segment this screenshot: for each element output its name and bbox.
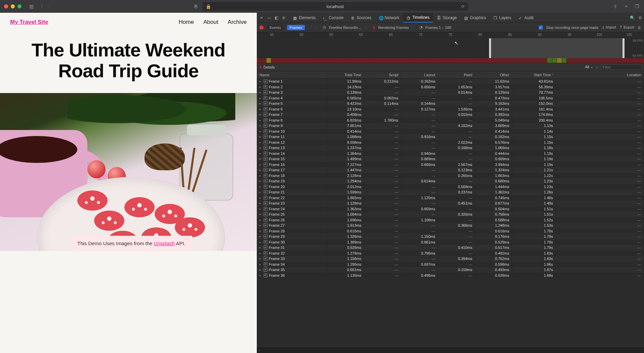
minimize-window-button[interactable] bbox=[11, 4, 15, 8]
tab-elements[interactable]: ▦Elements bbox=[290, 13, 319, 23]
table-row[interactable]: ▸F Frame 167.227ms—0.666ms2.567ms3.994ms… bbox=[257, 162, 644, 168]
table-row[interactable]: ▸F Frame 251.084ms——0.326ms0.758ms1.51s— bbox=[257, 212, 644, 217]
table-row[interactable]: ▸F Frame 341.295ms—0.697ms—0.598ms1.86s— bbox=[257, 262, 644, 267]
console-drawer[interactable]: › bbox=[257, 348, 644, 353]
col-layout[interactable]: Layout bbox=[401, 73, 438, 77]
table-row[interactable]: ▸F Frame 171.447ms——0.123ms1.324ms1.21s— bbox=[257, 167, 644, 173]
table-row[interactable]: ▸F Frame 141.384ms—0.940ms—0.444ms1.19s— bbox=[257, 151, 644, 157]
shield-icon[interactable]: ⛨ bbox=[193, 3, 199, 9]
table-row[interactable]: ▸F Frame 613.10ms—8.127ms1.536ms3.441ms1… bbox=[257, 106, 644, 112]
nav-home[interactable]: Home bbox=[179, 19, 194, 26]
frames-table[interactable]: Name Total Time Script Layout Paint Othe… bbox=[257, 71, 644, 348]
crumb-back[interactable]: 〈 bbox=[308, 25, 312, 30]
table-row[interactable]: ▸F Frame 280.616ms———0.616ms1.78s— bbox=[257, 228, 644, 234]
tabs-overview-icon[interactable]: ❐ bbox=[634, 3, 640, 9]
table-row[interactable]: ▸F Frame 70.408ms——0.015ms0.392ms174.8ms… bbox=[257, 112, 644, 118]
col-script[interactable]: Script bbox=[364, 73, 401, 77]
forward-button[interactable]: 〉 bbox=[47, 3, 53, 9]
frames-toggle[interactable]: Frames bbox=[287, 25, 305, 30]
dock-bottom-icon[interactable]: ▭ bbox=[266, 15, 272, 20]
window-titlebar: ▥ 〈 〉 ⛨ 🔒 localhost ⟳ ⇪ ＋ ❐ bbox=[0, 0, 644, 13]
nav-archive[interactable]: Archive bbox=[228, 19, 247, 26]
table-row[interactable]: ▸F Frame 30.139ms——0.014ms0.125ms70.77ms… bbox=[257, 90, 644, 95]
crumb-forward[interactable]: 〉 bbox=[315, 25, 319, 30]
table-row[interactable]: ▸F Frame 331.156ms——0.394ms0.762ms1.83s— bbox=[257, 256, 644, 262]
table-row[interactable]: ▸F Frame 301.389ms—0.861ms—0.529ms1.79s— bbox=[257, 239, 644, 245]
sidebar-toggle-icon[interactable]: ▥ bbox=[28, 3, 34, 9]
breadcrumb-range[interactable]: ◔Frames 1 – 100 bbox=[419, 26, 451, 30]
breadcrumb-recording[interactable]: ◷Timeline Recordin… bbox=[322, 26, 362, 30]
table-row[interactable]: ▸F Frame 40.565ms0.092ms——0.473ms106.5ms… bbox=[257, 95, 644, 101]
new-tab-icon[interactable]: ＋ bbox=[623, 3, 629, 9]
tab-graphics[interactable]: ▨Graphics bbox=[461, 13, 489, 23]
col-total[interactable]: Total Time bbox=[327, 73, 364, 77]
tab-timelines[interactable]: ◷Timelines bbox=[403, 13, 433, 23]
nav-about[interactable]: About bbox=[203, 19, 218, 26]
table-row[interactable]: ▸F Frame 211.599ms——0.237ms1.362ms1.26s— bbox=[257, 189, 644, 195]
table-row[interactable]: ▸F Frame 59.422ms0.114ms0.144ms—9.163ms1… bbox=[257, 101, 644, 106]
col-location[interactable]: Location bbox=[556, 73, 644, 77]
inspect-element-icon[interactable]: ⊕ bbox=[281, 15, 286, 20]
table-row[interactable]: ▸F Frame 182.128ms——0.265ms1.863ms1.22s— bbox=[257, 173, 644, 179]
tab-layers[interactable]: ❐Layers bbox=[490, 13, 515, 23]
table-row[interactable]: ▸F Frame 131.237ms——0.168ms1.069ms1.18s— bbox=[257, 145, 644, 151]
table-row[interactable]: ▸F Frame 111.99ms0.212ms0.162ms—11.62ms4… bbox=[257, 79, 644, 84]
col-start[interactable]: Start Time bbox=[512, 73, 556, 77]
table-row[interactable]: ▸F Frame 202.012ms——0.568ms1.444ms1.23s— bbox=[257, 184, 644, 190]
share-icon[interactable]: ⇪ bbox=[612, 3, 618, 9]
zoom-window-button[interactable] bbox=[17, 4, 22, 8]
table-row[interactable]: ▸F Frame 321.278ms—0.796ms—0.482ms1.83s— bbox=[257, 251, 644, 256]
tab-storage[interactable]: 🗄Storage bbox=[434, 13, 460, 23]
ruler-tick: 45 bbox=[270, 33, 274, 37]
filmstrip bbox=[257, 58, 644, 63]
export-button[interactable]: ⤒ Export bbox=[619, 25, 634, 30]
table-row[interactable]: ▸F Frame 361.135ms—0.496ms—0.639ms1.88s— bbox=[257, 273, 644, 278]
rendered-page: My Travel Site Home About Archive The Ul… bbox=[0, 13, 257, 353]
table-row[interactable]: ▸F Frame 151.499ms—0.889ms—0.609ms1.19s— bbox=[257, 156, 644, 162]
table-row[interactable]: ▸F Frame 231.128ms——0.451ms0.677ms1.49s— bbox=[257, 201, 644, 206]
overview-selection[interactable] bbox=[489, 38, 625, 58]
close-devtools-icon[interactable]: ✕ bbox=[259, 15, 264, 20]
caption-link[interactable]: Unsplash bbox=[154, 240, 175, 246]
table-row[interactable]: ▸F Frame 86.828ms1.780ms——5.049ms200.4ms… bbox=[257, 118, 644, 123]
clear-icon[interactable]: 🗑 bbox=[638, 26, 641, 30]
table-row[interactable]: ▸F Frame 291.326ms—1.150ms—0.176ms1.78s— bbox=[257, 234, 644, 239]
address-bar[interactable]: 🔒 localhost ⟳ bbox=[202, 2, 468, 11]
table-row[interactable]: ▸F Frame 350.651ms——0.159ms0.493ms1.87s— bbox=[257, 267, 644, 273]
record-button[interactable] bbox=[259, 26, 264, 30]
site-brand-link[interactable]: My Travel Site bbox=[10, 19, 48, 26]
table-row[interactable]: ▸F Frame 100.414ms———0.414ms1.14s— bbox=[257, 129, 644, 134]
tab-sources[interactable]: 🗎Sources bbox=[348, 13, 375, 23]
tab-audit[interactable]: ✓Audit bbox=[515, 13, 537, 23]
table-row[interactable]: ▸F Frame 128.598ms——2.022ms6.576ms1.15s— bbox=[257, 140, 644, 145]
close-window-button[interactable] bbox=[4, 4, 8, 8]
table-row[interactable]: ▸F Frame 191.294ms—0.614ms—0.680ms1.23s— bbox=[257, 178, 644, 184]
col-other[interactable]: Other bbox=[475, 73, 512, 77]
table-row[interactable]: ▸F Frame 221.865ms—1.120ms—0.745ms1.48s— bbox=[257, 195, 644, 201]
table-row[interactable]: ▸F Frame 310.928ms——0.410ms0.517ms1.79s— bbox=[257, 245, 644, 251]
overview-handle-right[interactable] bbox=[622, 38, 625, 58]
table-row[interactable]: ▸F Frame 214.23ms—8.656ms1.653ms3.917ms5… bbox=[257, 84, 644, 90]
col-paint[interactable]: Paint bbox=[438, 73, 475, 77]
import-button[interactable]: ⤓ Import bbox=[602, 25, 616, 30]
table-row[interactable]: ▸F Frame 111.098ms—0.916ms—0.182ms1.15s— bbox=[257, 134, 644, 140]
stop-on-load-checkbox[interactable]: ✓ bbox=[539, 26, 543, 30]
table-row[interactable]: ▸F Frame 271.613ms——0.366ms1.248ms1.53s— bbox=[257, 223, 644, 228]
scope-select[interactable]: All ⌄ bbox=[585, 65, 593, 69]
breadcrumb-rendering[interactable]: ▮Rendering Frames bbox=[372, 26, 409, 30]
search-icon[interactable]: 🔍 bbox=[630, 15, 635, 20]
col-name[interactable]: Name bbox=[257, 73, 327, 77]
events-toggle[interactable]: Events bbox=[267, 25, 284, 30]
settings-icon[interactable]: ⚙ bbox=[638, 15, 642, 20]
overview-handle-left[interactable] bbox=[489, 38, 491, 58]
table-row[interactable]: ▸F Frame 241.363ms—0.859ms—0.504ms1.51s— bbox=[257, 206, 644, 212]
filter-input[interactable] bbox=[601, 64, 641, 70]
table-row[interactable]: ▸F Frame 261.696ms—1.108ms—0.588ms1.52s— bbox=[257, 217, 644, 223]
table-row[interactable]: ▸F Frame 97.851ms——4.162ms3.689ms1.13s— bbox=[257, 123, 644, 129]
tab-console[interactable]: ›_Console bbox=[320, 13, 347, 23]
dock-side-icon[interactable]: ◧ bbox=[274, 15, 279, 20]
back-button[interactable]: 〈 bbox=[38, 3, 44, 9]
tab-network[interactable]: 🌐Network bbox=[375, 13, 403, 23]
reload-icon[interactable]: ⟳ bbox=[461, 4, 465, 9]
timeline-overview[interactable]: 4550556065707580859095100105 ↖ 30 FPS 60… bbox=[257, 32, 644, 63]
